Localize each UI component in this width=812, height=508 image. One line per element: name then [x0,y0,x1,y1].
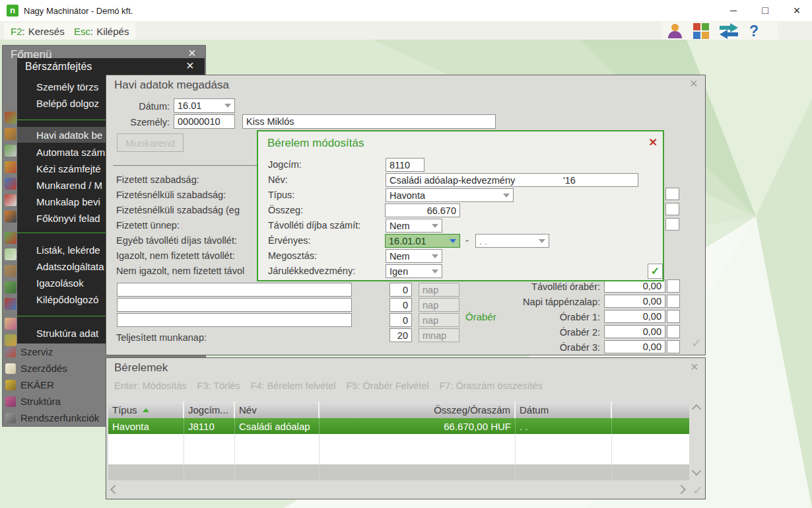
app-icon[interactable] [5,178,17,190]
fomenu-item-szerviz[interactable]: Szerviz [20,345,53,359]
datum-select[interactable]: 16.01 [174,98,235,113]
app-icon[interactable] [5,211,17,223]
user-icon[interactable] [665,23,685,39]
menu-item-kezi-szamfejtes[interactable]: Kézi számfejté [36,162,101,176]
hotkey-kilepes[interactable]: Esc:Kilépés [67,22,135,40]
menu-item-automata-szamfejtes[interactable]: Automata szám [36,145,105,159]
minimize-button[interactable]: ─ [721,0,746,21]
menu-item-igazolasok[interactable]: Igazolások [36,276,84,290]
ervenyes-to-select[interactable]: . . [475,234,549,248]
app-icon[interactable] [5,232,17,244]
right-row-field[interactable]: 0,00 [604,279,665,293]
app-icon[interactable] [5,334,17,346]
day-count-field[interactable]: 0 [389,313,412,327]
menu-item-fokonyvi-feladas[interactable]: Főkönyvi felad [36,211,100,225]
modal-ok-button[interactable]: ✓ [648,264,663,279]
right-row-mini-field[interactable] [667,295,680,308]
tavolleti-dijba-select[interactable]: Nem [386,219,442,233]
menu-item-struktura-adatok[interactable]: Struktúra adat [36,326,98,340]
custom-absence-field[interactable] [117,313,352,327]
table-row[interactable] [108,464,689,480]
right-row-field[interactable]: 0,00 [604,340,665,353]
column-header-datum[interactable]: Dátum [516,402,612,418]
fomenu-item-rendszerfunkciok[interactable]: Rendszerfunkciók [20,412,99,425]
jarulekkedvezmeny-select[interactable]: Igen [386,264,442,278]
help-icon[interactable]: ? [747,23,761,39]
app-icon[interactable] [5,298,17,310]
modal-close-icon[interactable]: × [649,134,657,150]
scroll-down-icon[interactable] [692,466,701,476]
column-header-nev[interactable]: Név [235,402,320,418]
day-count-field[interactable]: 0 [389,283,412,297]
right-row-mini-field[interactable] [667,310,680,323]
teljesitett-field[interactable]: 20 [389,328,412,342]
fomenu-item-szerzodes[interactable]: Szerződés [20,362,67,375]
right-row-field[interactable]: 0,00 [604,310,665,323]
fomenu-close-icon[interactable]: × [188,48,196,58]
menu-item-listak[interactable]: Listák, lekérde [36,243,100,257]
app-icon[interactable] [5,194,17,206]
confirm-check-icon[interactable]: ✓ [691,336,702,351]
menu-item-adatszolgaltatas[interactable]: Adatszolgáltata [36,260,104,273]
ervenyes-from-select[interactable]: 16.01.01 [385,234,460,248]
fomenu-item-struktura[interactable]: Struktúra [20,395,61,408]
app-icon[interactable] [5,145,17,157]
custom-absence-field[interactable] [117,283,352,297]
table-row-selected[interactable]: Havonta J8110 Családi adóalap 66.670,00 … [108,418,689,434]
table-row[interactable] [108,449,689,465]
havi-adatok-close-icon[interactable]: × [690,78,698,89]
right-row-field[interactable]: 0,00 [604,325,665,338]
app-icon[interactable] [5,248,17,260]
column-header-blank[interactable] [612,402,689,418]
menu-item-havi-adatok[interactable]: Havi adatok be [36,128,102,142]
column-header-jogcim[interactable]: Jogcím... [184,402,235,418]
munkarend-button[interactable]: Munkarend [117,133,184,152]
right-row-mini-field[interactable] [667,340,680,353]
berelemek-close-icon[interactable]: × [691,361,698,372]
tipus-select[interactable]: Havonta [386,188,514,202]
osszeg-field[interactable]: 66.670 [385,203,460,217]
table-row[interactable] [108,434,689,450]
nev-field[interactable]: Családi adóalap-kedvezmény '16 [386,173,638,187]
berszamfejtes-close-icon[interactable]: × [186,60,194,71]
hotkey-berelem-felvetel[interactable]: F4: Bérelem felvétel [251,381,336,391]
scroll-right-icon[interactable] [677,485,686,494]
megosztas-select[interactable]: Nem [386,249,442,263]
column-header-osszeg[interactable]: Összeg/Óraszám [320,402,516,418]
right-row-mini-field[interactable] [667,279,680,293]
app-icon[interactable] [5,128,17,140]
menu-item-munkarend[interactable]: Munkarend / M [36,178,102,192]
menu-item-kilepo-dolgozok[interactable]: Kilépődolgozó [36,293,98,307]
scroll-left-icon[interactable] [110,485,119,494]
szemely-name-field[interactable]: Kiss Miklós [242,114,496,129]
app-icon[interactable] [5,112,17,124]
right-row-field[interactable]: 0,00 [604,295,665,308]
day-count-field[interactable]: 0 [389,298,412,312]
partial-field[interactable] [665,203,679,215]
close-button[interactable]: × [784,0,809,21]
hotkey-modositas[interactable]: Enter: Módosítás [114,381,187,391]
maximize-button[interactable]: □ [753,0,778,21]
partial-field[interactable] [665,188,679,200]
menu-item-belepo-dolgozo[interactable]: Belépő dolgoz [36,96,99,110]
fomenu-item-ekaer[interactable]: EKÁER [20,379,54,392]
szemely-code-field[interactable]: 00000010 [174,114,235,129]
menu-item-szemely-torzs[interactable]: Személy törzs [36,80,98,94]
app-icon[interactable] [5,161,17,173]
hotkey-torles[interactable]: F3: Törlés [197,381,240,391]
hotkey-oraszam-osszesites[interactable]: F7: Óraszám összesítés [440,381,543,391]
scroll-up-icon[interactable] [692,404,701,414]
confirm-check-icon[interactable]: ✓ [693,483,703,498]
right-row-mini-field[interactable] [667,325,680,338]
app-icon[interactable] [5,318,17,330]
column-header-tipus[interactable]: Típus [108,402,184,418]
partial-field[interactable] [665,218,679,231]
menu-item-munkalap[interactable]: Munkalap bevi [36,195,100,209]
transfer-arrows-icon[interactable] [718,23,739,39]
hotkey-oraber-felvetel[interactable]: F5: Órabér Felvétel [347,381,429,391]
hotkey-keres[interactable]: F2:Keresés [4,22,71,40]
app-icon[interactable] [5,281,17,293]
jogcim-field[interactable]: 8110 [386,158,424,172]
custom-absence-field[interactable] [117,298,352,312]
apps-grid-icon[interactable] [693,23,710,39]
